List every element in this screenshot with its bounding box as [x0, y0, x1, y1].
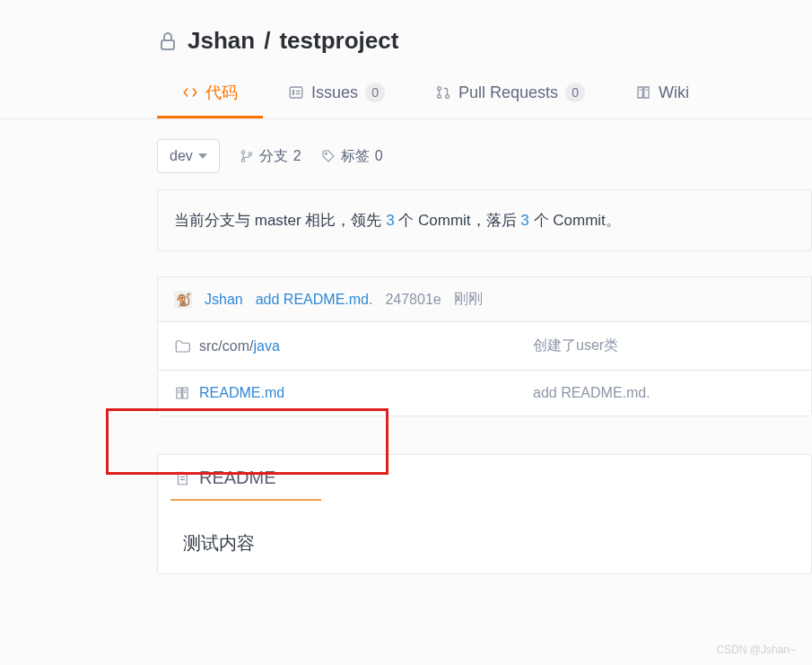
- folder-icon: [174, 338, 190, 354]
- svg-point-6: [438, 87, 441, 91]
- branches-link[interactable]: 分支 2: [240, 147, 301, 166]
- svg-point-15: [325, 153, 327, 154]
- readme-content: 测试内容: [158, 501, 811, 573]
- behind-count[interactable]: 3: [520, 212, 528, 229]
- tags-link[interactable]: 标签 0: [321, 147, 383, 166]
- svg-point-13: [241, 159, 244, 162]
- branch-toolbar: dev 分支 2 标签 0: [157, 119, 812, 189]
- file-link[interactable]: java: [253, 338, 279, 354]
- file-row[interactable]: README.md add README.md.: [158, 370, 811, 416]
- svg-point-12: [241, 151, 244, 153]
- readme-title: README: [199, 468, 276, 488]
- code-icon: [182, 84, 198, 101]
- branch-icon: [240, 149, 254, 163]
- tab-issues[interactable]: Issues 0: [263, 71, 410, 118]
- svg-point-2: [292, 91, 294, 92]
- commit-user[interactable]: Jshan: [205, 292, 243, 308]
- repo-title: Jshan / testproject: [157, 0, 812, 71]
- wiki-icon: [635, 84, 651, 101]
- svg-point-3: [292, 93, 294, 95]
- file-commit-msg[interactable]: 创建了user类: [533, 337, 618, 355]
- tab-code[interactable]: 代码: [157, 71, 263, 118]
- latest-commit: 🐒 Jshan add README.md. 247801e 刚刚: [157, 276, 812, 321]
- watermark: CSDN @Jshan~: [716, 643, 796, 656]
- prs-count: 0: [565, 83, 585, 102]
- file-commit-msg[interactable]: add README.md.: [533, 385, 650, 401]
- readme-panel: README 测试内容: [157, 454, 812, 574]
- svg-point-7: [438, 95, 441, 99]
- repo-owner[interactable]: Jshan: [188, 27, 255, 55]
- repo-tabs: 代码 Issues 0 Pull Requests 0 Wiki: [0, 71, 812, 119]
- ahead-count[interactable]: 3: [386, 212, 394, 229]
- tab-wiki[interactable]: Wiki: [610, 71, 714, 118]
- pull-request-icon: [435, 84, 451, 101]
- branch-compare-notice: 当前分支与 master 相比，领先 3 个 Commit，落后 3 个 Com…: [157, 189, 812, 251]
- readme-icon: [174, 385, 190, 401]
- file-link[interactable]: README.md: [199, 385, 284, 401]
- commit-message[interactable]: add README.md.: [256, 292, 373, 308]
- issues-count: 0: [365, 83, 385, 102]
- avatar[interactable]: 🐒: [174, 291, 192, 309]
- lock-icon: [157, 29, 179, 54]
- file-list: src/com/java 创建了user类 README.md add READ…: [157, 321, 812, 416]
- svg-point-9: [446, 95, 450, 99]
- repo-name[interactable]: testproject: [279, 27, 398, 55]
- tag-icon: [321, 149, 336, 163]
- svg-rect-0: [162, 40, 174, 49]
- branch-selector[interactable]: dev: [157, 139, 220, 173]
- commit-time: 刚刚: [454, 290, 483, 309]
- readme-header: README: [158, 455, 811, 499]
- svg-point-14: [249, 153, 251, 155]
- tab-pull-requests[interactable]: Pull Requests 0: [410, 71, 610, 118]
- issues-icon: [288, 84, 304, 101]
- document-icon: [174, 469, 190, 487]
- caret-down-icon: [198, 153, 207, 159]
- svg-rect-1: [290, 87, 302, 98]
- commit-sha[interactable]: 247801e: [385, 292, 441, 308]
- file-row[interactable]: src/com/java 创建了user类: [158, 322, 811, 370]
